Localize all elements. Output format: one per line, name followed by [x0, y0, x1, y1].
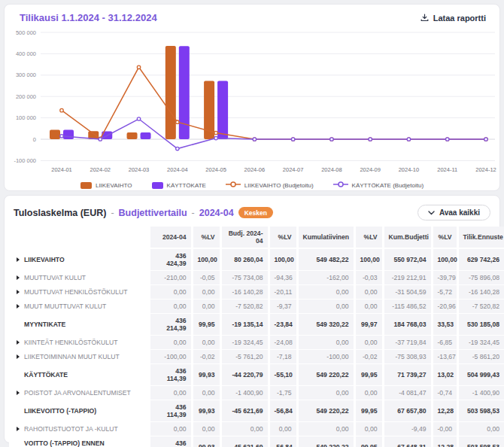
- row-label: KÄYTTÖKATE: [9, 364, 149, 386]
- comparison-mode-link[interactable]: Budjettivertailu: [119, 208, 187, 218]
- cell-value: -44 220,79: [220, 364, 269, 386]
- legend-item[interactable]: KÄYTTÖKATE: [152, 182, 206, 189]
- chart-legend: LIIKEVAIHTOKÄYTTÖKATELIIKEVAIHTO (Budjet…: [14, 181, 490, 190]
- cell-value: -9,37: [269, 300, 297, 314]
- cell-value: 0,00: [354, 336, 383, 350]
- cell-value: -6,85: [432, 336, 457, 350]
- row-label[interactable]: LIIKEVAIHTO: [9, 248, 149, 271]
- cell-value: 12,28: [432, 436, 457, 447]
- cell-value: -5 761,20: [220, 350, 269, 364]
- cell-value: 99,93: [192, 364, 220, 386]
- legend-item[interactable]: LIIKEVAIHTO: [80, 182, 132, 189]
- cell-value: -5,72: [432, 285, 457, 300]
- table-row[interactable]: LIIKETOIMINNAN MUUT KULUT-100,00-0,02-5 …: [9, 350, 504, 364]
- cell-value: 0,00: [149, 285, 192, 300]
- row-label[interactable]: KIINTEÄT HENKILÖSTÖKULUT: [9, 336, 149, 350]
- row-label[interactable]: MUUTTUVAT HENKILÖSTÖKULUT: [9, 285, 149, 300]
- cell-value: 0,00: [297, 386, 354, 400]
- expand-arrow-icon[interactable]: [17, 427, 20, 431]
- table-row[interactable]: RAHOITUSTUOTOT JA -KULUT0,000,000,000,00…: [9, 422, 504, 436]
- y-axis-tick-label: 0: [33, 136, 36, 143]
- expand-all-button[interactable]: Avaa kaikki: [417, 205, 490, 220]
- period-link[interactable]: 2024-04: [199, 208, 234, 218]
- legend-label: LIIKEVAIHTO (Budjetoitu): [244, 182, 314, 189]
- expand-arrow-icon[interactable]: [17, 340, 20, 345]
- row-label[interactable]: LIIKETOIMINNAN MUUT KULUT: [9, 350, 149, 364]
- cell-value: 99,97: [354, 314, 383, 336]
- table-row[interactable]: MUUTTUVAT KULUT-210,00-0,05-75 734,08-94…: [9, 271, 504, 285]
- legend-item[interactable]: KÄYTTÖKATE (Budjetoitu): [333, 181, 424, 190]
- cell-value: -45 621,69: [220, 436, 269, 447]
- cell-value: 0,00: [297, 285, 354, 300]
- legend-line-marker-icon: [333, 181, 348, 190]
- title-separator: -: [192, 208, 195, 218]
- cell-value: -0,03: [354, 271, 383, 285]
- budget-line-marker: [446, 138, 449, 141]
- cell-value: -56,84: [269, 436, 297, 447]
- cell-value: -0,02: [354, 350, 383, 364]
- expand-arrow-icon[interactable]: [17, 257, 20, 262]
- cell-value: 184 768,03: [383, 314, 432, 336]
- x-axis-tick-label: 2024-06: [244, 166, 266, 173]
- row-label: VOITTO (-TAPPIO) ENNEN TILINPÄÄTÖSSIIRTO…: [9, 436, 149, 447]
- download-icon: [421, 14, 429, 22]
- table-row[interactable]: MUUT MUUTTUVAT KULUT0,000,00-7 520,82-9,…: [9, 300, 504, 314]
- cell-value: 0,00: [192, 422, 220, 436]
- x-axis-tick-label: 2024-07: [283, 166, 304, 173]
- row-label[interactable]: POISTOT JA ARVONALENTUMISET: [9, 386, 149, 400]
- bar-kayttokate: [63, 130, 74, 139]
- income-statement-body: LIIKEVAIHTO436 424,39100,0080 260,04100,…: [9, 248, 504, 447]
- budget-line-marker: [484, 138, 487, 141]
- cell-value: -56,84: [269, 400, 297, 422]
- cell-value: 100,00: [269, 248, 297, 271]
- row-label[interactable]: MUUT MUUTTUVAT KULUT: [9, 300, 149, 314]
- table-row[interactable]: POISTOT JA ARVONALENTUMISET0,000,00-1 40…: [9, 386, 504, 400]
- cell-value: 0,00: [192, 336, 220, 350]
- cell-value: 12,28: [432, 400, 457, 422]
- cell-value: 99,95: [354, 364, 383, 386]
- expand-arrow-icon[interactable]: [17, 290, 20, 294]
- x-axis-tick-label: 2024-09: [360, 166, 381, 173]
- column-header: %LV: [432, 227, 457, 248]
- budget-line: [62, 67, 486, 139]
- cell-value: -31 504,59: [383, 285, 432, 300]
- table-row[interactable]: KIINTEÄT HENKILÖSTÖKULUT0,000,00-19 324,…: [9, 336, 504, 350]
- label-column-header: [9, 227, 149, 248]
- budget-line-marker: [214, 136, 217, 139]
- table-row[interactable]: LIIKEVAIHTO436 424,39100,0080 260,04100,…: [9, 248, 504, 271]
- cell-value: -24,08: [269, 336, 297, 350]
- legend-line-marker-icon: [226, 181, 241, 190]
- cell-value: 67 657,80: [383, 400, 432, 422]
- cell-value: -7 520,82: [220, 300, 269, 314]
- cell-value: -115 486,52: [383, 300, 432, 314]
- cell-value: 100,00: [354, 248, 383, 271]
- expand-arrow-icon[interactable]: [17, 275, 20, 280]
- cell-value: 0,00: [457, 422, 504, 436]
- cell-value: -100,00: [297, 350, 354, 364]
- column-header: Tilik.Ennuste: [457, 227, 504, 248]
- row-label[interactable]: MUUTTUVAT KULUT: [9, 271, 149, 285]
- x-axis-tick-label: 2024-11: [437, 166, 457, 173]
- table-row[interactable]: MUUTTUVAT HENKILÖSTÖKULUT0,000,00-16 140…: [9, 285, 504, 300]
- row-label[interactable]: RAHOITUSTUOTOT JA -KULUT: [9, 422, 149, 436]
- column-header: %LV: [192, 227, 220, 248]
- budget-line-marker: [176, 120, 179, 123]
- cell-value: 99,93: [192, 436, 220, 447]
- cell-value: -39,79: [432, 271, 457, 285]
- expand-arrow-icon[interactable]: [17, 354, 20, 359]
- y-axis-tick-label: 400 000: [16, 50, 36, 57]
- download-report-button[interactable]: Lataa raportti: [421, 14, 486, 23]
- expand-arrow-icon[interactable]: [17, 304, 20, 309]
- budget-line-marker: [137, 117, 140, 120]
- cell-value: -37 719,84: [383, 336, 432, 350]
- expand-arrow-icon[interactable]: [17, 391, 20, 395]
- legend-item[interactable]: LIIKEVAIHTO (Budjetoitu): [226, 181, 314, 190]
- cell-value: 33,53: [432, 314, 457, 336]
- column-header: %LV: [354, 227, 383, 248]
- column-header: Budj. 2024-04: [220, 227, 269, 248]
- cell-value: 99,93: [192, 400, 220, 422]
- cell-value: -75 734,08: [220, 271, 269, 285]
- cell-value: 0,00: [149, 336, 192, 350]
- cell-value: -19 324,45: [220, 336, 269, 350]
- legend-label: LIIKEVAIHTO: [96, 182, 132, 189]
